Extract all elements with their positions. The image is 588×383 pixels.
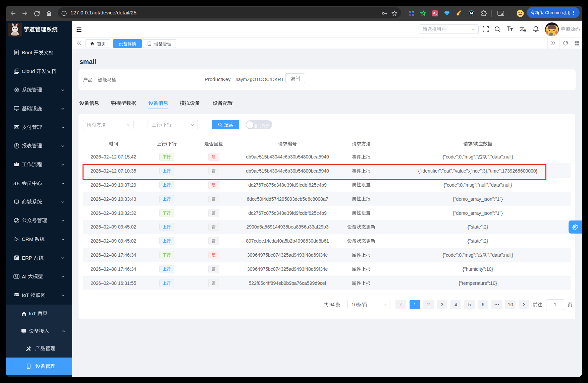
svg-text:A: A [435, 13, 437, 16]
